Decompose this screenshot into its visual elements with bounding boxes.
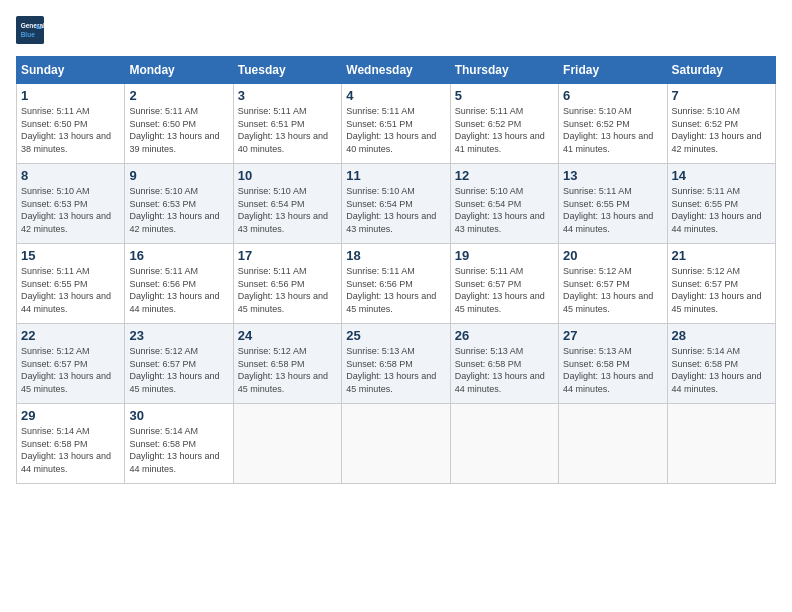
logo-icon: General Blue bbox=[16, 16, 44, 44]
day-info: Sunrise: 5:10 AMSunset: 6:53 PMDaylight:… bbox=[129, 185, 228, 235]
day-info: Sunrise: 5:13 AMSunset: 6:58 PMDaylight:… bbox=[346, 345, 445, 395]
day-info: Sunrise: 5:12 AMSunset: 6:58 PMDaylight:… bbox=[238, 345, 337, 395]
calendar-cell: 19Sunrise: 5:11 AMSunset: 6:57 PMDayligh… bbox=[450, 244, 558, 324]
day-info: Sunrise: 5:11 AMSunset: 6:56 PMDaylight:… bbox=[238, 265, 337, 315]
day-number: 6 bbox=[563, 88, 662, 103]
day-number: 21 bbox=[672, 248, 771, 263]
calendar-cell bbox=[667, 404, 775, 484]
calendar-cell: 25Sunrise: 5:13 AMSunset: 6:58 PMDayligh… bbox=[342, 324, 450, 404]
day-number: 4 bbox=[346, 88, 445, 103]
calendar-cell: 22Sunrise: 5:12 AMSunset: 6:57 PMDayligh… bbox=[17, 324, 125, 404]
calendar-cell: 11Sunrise: 5:10 AMSunset: 6:54 PMDayligh… bbox=[342, 164, 450, 244]
day-info: Sunrise: 5:14 AMSunset: 6:58 PMDaylight:… bbox=[672, 345, 771, 395]
day-info: Sunrise: 5:13 AMSunset: 6:58 PMDaylight:… bbox=[455, 345, 554, 395]
weekday-header: Thursday bbox=[450, 57, 558, 84]
weekday-header: Monday bbox=[125, 57, 233, 84]
calendar-cell bbox=[233, 404, 341, 484]
calendar-cell: 5Sunrise: 5:11 AMSunset: 6:52 PMDaylight… bbox=[450, 84, 558, 164]
weekday-header: Friday bbox=[559, 57, 667, 84]
calendar-cell: 17Sunrise: 5:11 AMSunset: 6:56 PMDayligh… bbox=[233, 244, 341, 324]
day-info: Sunrise: 5:11 AMSunset: 6:51 PMDaylight:… bbox=[346, 105, 445, 155]
day-number: 1 bbox=[21, 88, 120, 103]
calendar-cell: 10Sunrise: 5:10 AMSunset: 6:54 PMDayligh… bbox=[233, 164, 341, 244]
calendar-cell: 16Sunrise: 5:11 AMSunset: 6:56 PMDayligh… bbox=[125, 244, 233, 324]
calendar-table: SundayMondayTuesdayWednesdayThursdayFrid… bbox=[16, 56, 776, 484]
calendar-cell: 26Sunrise: 5:13 AMSunset: 6:58 PMDayligh… bbox=[450, 324, 558, 404]
day-number: 15 bbox=[21, 248, 120, 263]
calendar-cell: 8Sunrise: 5:10 AMSunset: 6:53 PMDaylight… bbox=[17, 164, 125, 244]
calendar-cell: 27Sunrise: 5:13 AMSunset: 6:58 PMDayligh… bbox=[559, 324, 667, 404]
day-info: Sunrise: 5:14 AMSunset: 6:58 PMDaylight:… bbox=[129, 425, 228, 475]
day-info: Sunrise: 5:11 AMSunset: 6:55 PMDaylight:… bbox=[563, 185, 662, 235]
day-number: 3 bbox=[238, 88, 337, 103]
calendar-cell: 23Sunrise: 5:12 AMSunset: 6:57 PMDayligh… bbox=[125, 324, 233, 404]
calendar-cell bbox=[450, 404, 558, 484]
calendar-cell: 30Sunrise: 5:14 AMSunset: 6:58 PMDayligh… bbox=[125, 404, 233, 484]
calendar-cell: 24Sunrise: 5:12 AMSunset: 6:58 PMDayligh… bbox=[233, 324, 341, 404]
day-info: Sunrise: 5:12 AMSunset: 6:57 PMDaylight:… bbox=[129, 345, 228, 395]
day-number: 19 bbox=[455, 248, 554, 263]
day-number: 7 bbox=[672, 88, 771, 103]
day-info: Sunrise: 5:11 AMSunset: 6:52 PMDaylight:… bbox=[455, 105, 554, 155]
calendar-cell: 28Sunrise: 5:14 AMSunset: 6:58 PMDayligh… bbox=[667, 324, 775, 404]
day-info: Sunrise: 5:10 AMSunset: 6:52 PMDaylight:… bbox=[672, 105, 771, 155]
calendar-cell: 21Sunrise: 5:12 AMSunset: 6:57 PMDayligh… bbox=[667, 244, 775, 324]
day-info: Sunrise: 5:12 AMSunset: 6:57 PMDaylight:… bbox=[563, 265, 662, 315]
day-number: 29 bbox=[21, 408, 120, 423]
day-number: 2 bbox=[129, 88, 228, 103]
day-info: Sunrise: 5:11 AMSunset: 6:50 PMDaylight:… bbox=[21, 105, 120, 155]
weekday-header: Saturday bbox=[667, 57, 775, 84]
day-number: 25 bbox=[346, 328, 445, 343]
calendar-cell: 6Sunrise: 5:10 AMSunset: 6:52 PMDaylight… bbox=[559, 84, 667, 164]
calendar-cell: 3Sunrise: 5:11 AMSunset: 6:51 PMDaylight… bbox=[233, 84, 341, 164]
calendar-cell: 2Sunrise: 5:11 AMSunset: 6:50 PMDaylight… bbox=[125, 84, 233, 164]
day-number: 10 bbox=[238, 168, 337, 183]
calendar-cell: 13Sunrise: 5:11 AMSunset: 6:55 PMDayligh… bbox=[559, 164, 667, 244]
day-info: Sunrise: 5:11 AMSunset: 6:56 PMDaylight:… bbox=[129, 265, 228, 315]
weekday-header: Tuesday bbox=[233, 57, 341, 84]
day-info: Sunrise: 5:10 AMSunset: 6:54 PMDaylight:… bbox=[238, 185, 337, 235]
day-number: 30 bbox=[129, 408, 228, 423]
calendar-week-row: 1Sunrise: 5:11 AMSunset: 6:50 PMDaylight… bbox=[17, 84, 776, 164]
day-number: 26 bbox=[455, 328, 554, 343]
day-number: 20 bbox=[563, 248, 662, 263]
day-number: 12 bbox=[455, 168, 554, 183]
calendar-cell: 15Sunrise: 5:11 AMSunset: 6:55 PMDayligh… bbox=[17, 244, 125, 324]
calendar-cell: 12Sunrise: 5:10 AMSunset: 6:54 PMDayligh… bbox=[450, 164, 558, 244]
weekday-header: Sunday bbox=[17, 57, 125, 84]
logo: General Blue bbox=[16, 16, 48, 44]
day-info: Sunrise: 5:14 AMSunset: 6:58 PMDaylight:… bbox=[21, 425, 120, 475]
weekday-header: Wednesday bbox=[342, 57, 450, 84]
calendar-cell: 18Sunrise: 5:11 AMSunset: 6:56 PMDayligh… bbox=[342, 244, 450, 324]
day-info: Sunrise: 5:10 AMSunset: 6:54 PMDaylight:… bbox=[455, 185, 554, 235]
day-info: Sunrise: 5:12 AMSunset: 6:57 PMDaylight:… bbox=[21, 345, 120, 395]
day-number: 5 bbox=[455, 88, 554, 103]
day-info: Sunrise: 5:12 AMSunset: 6:57 PMDaylight:… bbox=[672, 265, 771, 315]
calendar-cell: 20Sunrise: 5:12 AMSunset: 6:57 PMDayligh… bbox=[559, 244, 667, 324]
day-number: 28 bbox=[672, 328, 771, 343]
calendar-week-row: 8Sunrise: 5:10 AMSunset: 6:53 PMDaylight… bbox=[17, 164, 776, 244]
day-info: Sunrise: 5:11 AMSunset: 6:51 PMDaylight:… bbox=[238, 105, 337, 155]
header-row: SundayMondayTuesdayWednesdayThursdayFrid… bbox=[17, 57, 776, 84]
header: General Blue bbox=[16, 16, 776, 44]
calendar-week-row: 22Sunrise: 5:12 AMSunset: 6:57 PMDayligh… bbox=[17, 324, 776, 404]
svg-text:Blue: Blue bbox=[21, 31, 35, 38]
day-number: 11 bbox=[346, 168, 445, 183]
day-number: 14 bbox=[672, 168, 771, 183]
day-number: 9 bbox=[129, 168, 228, 183]
calendar-cell bbox=[559, 404, 667, 484]
calendar-cell bbox=[342, 404, 450, 484]
day-number: 23 bbox=[129, 328, 228, 343]
calendar-cell: 14Sunrise: 5:11 AMSunset: 6:55 PMDayligh… bbox=[667, 164, 775, 244]
day-number: 17 bbox=[238, 248, 337, 263]
day-info: Sunrise: 5:11 AMSunset: 6:55 PMDaylight:… bbox=[672, 185, 771, 235]
calendar-week-row: 15Sunrise: 5:11 AMSunset: 6:55 PMDayligh… bbox=[17, 244, 776, 324]
day-number: 27 bbox=[563, 328, 662, 343]
calendar-week-row: 29Sunrise: 5:14 AMSunset: 6:58 PMDayligh… bbox=[17, 404, 776, 484]
day-info: Sunrise: 5:11 AMSunset: 6:56 PMDaylight:… bbox=[346, 265, 445, 315]
calendar-cell: 4Sunrise: 5:11 AMSunset: 6:51 PMDaylight… bbox=[342, 84, 450, 164]
day-number: 8 bbox=[21, 168, 120, 183]
day-number: 22 bbox=[21, 328, 120, 343]
day-number: 24 bbox=[238, 328, 337, 343]
day-info: Sunrise: 5:10 AMSunset: 6:52 PMDaylight:… bbox=[563, 105, 662, 155]
